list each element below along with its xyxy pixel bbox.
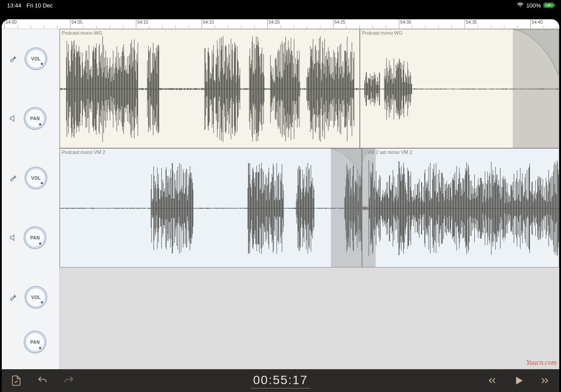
- track-2-vol-knob[interactable]: VOL: [25, 167, 47, 189]
- tracks-area[interactable]: Podcast mono WGPodcast mono WGPodcast mo…: [60, 29, 559, 369]
- rewind-icon[interactable]: [486, 375, 498, 386]
- timecode-display[interactable]: 00:55:17: [251, 373, 311, 388]
- file-icon[interactable]: [11, 375, 22, 386]
- wrench-icon[interactable]: [9, 54, 18, 64]
- track-3-vol-knob[interactable]: VOL: [25, 286, 47, 309]
- track-2-pan-row: PAN: [2, 208, 59, 267]
- status-time: 13:44: [7, 2, 21, 9]
- track-1-pan-row: PAN: [2, 89, 59, 148]
- speaker-icon[interactable]: [9, 233, 18, 242]
- wifi-icon: [517, 2, 524, 9]
- track-3-pan-row: PAN: [2, 327, 59, 353]
- watermark: Yuucn.com: [526, 359, 557, 367]
- ruler-tick: 54:05: [70, 19, 82, 29]
- forward-icon[interactable]: [539, 375, 550, 386]
- fade-in[interactable]: [362, 149, 376, 267]
- track-2[interactable]: Podcast mono VM 2› VM 2 ast mono VM 2: [60, 148, 559, 267]
- track-3-vol-row: VOL: [2, 267, 59, 327]
- ruler-tick: 54:30: [399, 19, 411, 29]
- ruler-tick: 54:40: [530, 19, 543, 29]
- timeline-ruler[interactable]: 54:0054:0554:1054:1554:2054:2554:3054:35…: [2, 19, 559, 29]
- fade-out[interactable]: [331, 149, 362, 267]
- empty-track-area[interactable]: [60, 267, 559, 369]
- fade-out[interactable]: [513, 29, 559, 148]
- track-1-pan-knob[interactable]: PAN: [24, 107, 46, 130]
- audio-clip[interactable]: › VM 2 ast mono VM 2: [362, 148, 559, 267]
- ruler-tick: 54:00: [4, 19, 17, 29]
- workspace: VOL PAN VOL PAN: [2, 29, 559, 369]
- track-controls-sidebar: VOL PAN VOL PAN: [2, 29, 60, 369]
- battery-pct: 100%: [526, 2, 541, 9]
- transport-bar: 00:55:17: [2, 369, 559, 392]
- track-2-vol-row: VOL: [2, 148, 59, 208]
- redo-icon[interactable]: [63, 375, 75, 386]
- play-icon[interactable]: [513, 375, 524, 386]
- status-date: Fri 10 Dec: [27, 2, 53, 9]
- battery-icon: ⚡: [543, 3, 554, 8]
- ruler-tick: 54:25: [333, 19, 345, 29]
- ruler-tick: 54:10: [136, 19, 148, 29]
- status-bar: 13:44 Fri 10 Dec 100% ⚡: [0, 0, 561, 11]
- ruler-tick: 54:20: [267, 19, 280, 29]
- wrench-icon[interactable]: [9, 173, 18, 183]
- app-window: 54:0054:0554:1054:1554:2054:2554:3054:35…: [2, 19, 559, 392]
- speaker-icon[interactable]: [9, 114, 18, 123]
- audio-clip[interactable]: Podcast mono VM 2: [60, 148, 362, 267]
- audio-clip[interactable]: Podcast mono WG: [60, 29, 360, 148]
- track-1-vol-knob[interactable]: VOL: [25, 47, 47, 70]
- ruler-tick: 54:15: [202, 19, 214, 29]
- track-1-vol-row: VOL: [2, 29, 59, 89]
- track-1[interactable]: Podcast mono WGPodcast mono WG: [60, 29, 559, 148]
- undo-icon[interactable]: [37, 375, 48, 386]
- wrench-icon[interactable]: [9, 292, 18, 302]
- audio-clip[interactable]: Podcast mono WG: [360, 29, 559, 148]
- track-2-pan-knob[interactable]: PAN: [24, 226, 46, 249]
- track-3-pan-knob[interactable]: PAN: [24, 331, 46, 353]
- ruler-tick: 54:35: [465, 19, 477, 29]
